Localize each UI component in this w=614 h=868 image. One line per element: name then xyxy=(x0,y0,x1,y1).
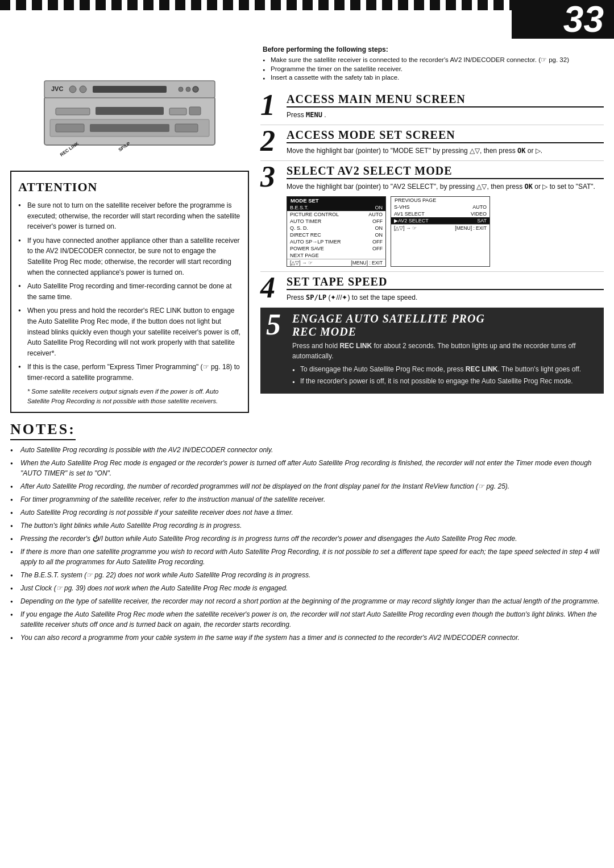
step-4-desc: Press SP/LP (✦///✦) to set the tape spee… xyxy=(287,292,604,303)
left-column: JVC xyxy=(10,46,249,413)
svg-rect-15 xyxy=(90,124,169,132)
step-2-number: 2 xyxy=(260,126,287,156)
attention-note: * Some satellite receivers output signal… xyxy=(27,387,241,406)
before-step-2: Programme the timer on the satellite rec… xyxy=(263,65,604,72)
attention-list: Be sure not to turn on the satellite rec… xyxy=(18,200,241,383)
note-10: Just Clock (☞ pg. 39) does not work when… xyxy=(10,583,604,593)
step-2-title: ACCESS MODE SET SCREEN xyxy=(287,129,604,143)
svg-rect-14 xyxy=(56,124,84,132)
step-3-number: 3 xyxy=(260,162,287,267)
svg-point-4 xyxy=(80,86,86,93)
svg-point-3 xyxy=(69,86,76,93)
vcr-image: JVC xyxy=(10,46,249,159)
attention-box: ATTENTION Be sure not to turn on the sat… xyxy=(10,171,249,413)
note-3: After Auto Satellite Prog recording, the… xyxy=(10,481,604,491)
step-5-number: 5 xyxy=(266,310,292,389)
note-9: The B.E.S.T. system (☞ pg. 22) does not … xyxy=(10,570,604,580)
top-stripe xyxy=(0,0,512,10)
notes-section: NOTES: Auto Satellite Prog recording is … xyxy=(0,413,614,656)
note-6: The button's light blinks while Auto Sat… xyxy=(10,520,604,531)
steps-wrapper: 1 ACCESS MAIN MENU SCREEN Press MENU . 2… xyxy=(260,89,604,394)
mode-box-row-directrec: DIRECT RECON xyxy=(287,232,385,238)
mode-box-row-nextpage: NEXT PAGE xyxy=(287,252,385,259)
step-1-content: ACCESS MAIN MENU SCREEN Press MENU . xyxy=(287,93,604,120)
note-4: For timer programming of the satellite r… xyxy=(10,494,604,505)
notes-title: NOTES: xyxy=(10,421,76,440)
before-steps-title: Before performing the following steps: xyxy=(263,46,388,53)
svg-point-8 xyxy=(193,86,198,92)
attention-item-1: Be sure not to turn on the satellite rec… xyxy=(18,200,241,232)
step-1-title: ACCESS MAIN MENU SCREEN xyxy=(287,93,604,108)
svg-rect-11 xyxy=(169,108,186,115)
right-column: Before performing the following steps: M… xyxy=(260,46,604,413)
mode-box-row-best: B.E.S.T.ON xyxy=(287,204,385,211)
mode-box2-header: PREVIOUS PAGE xyxy=(391,197,489,204)
mode-box2-row-av2: ▶AV2 SELECTSAT xyxy=(391,217,489,224)
note-1: Auto Satellite Prog recording is possibl… xyxy=(10,445,604,455)
mode-box-row-autosplp: AUTO SP→LP TIMEROFF xyxy=(287,238,385,245)
svg-point-7 xyxy=(186,87,190,92)
step-3-content: SELECT AV2 SELECT MODE Move the highligh… xyxy=(287,164,604,267)
mode-box2-row-av1: AV1 SELECTVIDEO xyxy=(391,210,489,217)
step-4-content: SET TAPE SPEED Press SP/LP (✦///✦) to se… xyxy=(287,275,604,303)
step-5-bullet-1: To disengage the Auto Satellite Prog Rec… xyxy=(292,365,598,374)
mode-set-graphic: MODE SET B.E.S.T.ON PICTURE CONTROLAUTO … xyxy=(287,196,604,267)
before-step-1: Make sure the satellite receiver is conn… xyxy=(263,56,604,64)
mode-box-left: MODE SET B.E.S.T.ON PICTURE CONTROLAUTO … xyxy=(287,196,386,267)
attention-item-4: When you press and hold the recorder's R… xyxy=(18,305,241,358)
svg-rect-12 xyxy=(189,107,201,115)
step-3: 3 SELECT AV2 SELECT MODE Move the highli… xyxy=(260,161,604,272)
attention-item-3: Auto Satellite Prog recording and timer-… xyxy=(18,281,241,302)
mode-box-left-footer: [△▽] → ☞[MENU] : EXIT xyxy=(287,259,385,266)
mode-box-right: PREVIOUS PAGE S-VHSAUTO AV1 SELECTVIDEO … xyxy=(391,196,490,267)
step-5-bullets: To disengage the Auto Satellite Prog Rec… xyxy=(292,365,598,387)
svg-rect-10 xyxy=(96,107,164,115)
attention-item-2: If you have connected another appliance … xyxy=(18,235,241,278)
note-13: You can also record a programme from you… xyxy=(10,633,604,643)
step-1: 1 ACCESS MAIN MENU SCREEN Press MENU . xyxy=(260,89,604,125)
attention-title: ATTENTION xyxy=(18,177,241,197)
step-5-bullet-2: If the recorder's power is off, it is no… xyxy=(292,377,598,386)
mode-box-left-header: MODE SET xyxy=(287,197,385,204)
page-number: 33 xyxy=(563,1,604,38)
step-5-box: 5 ENGAGE AUTO SATELLITE PROGREC MODE Pre… xyxy=(260,308,604,394)
step-2-content: ACCESS MODE SET SCREEN Move the highligh… xyxy=(287,129,604,156)
note-2: When the Auto Satellite Prog Rec mode is… xyxy=(10,458,604,478)
step-1-desc: Press MENU . xyxy=(287,110,604,120)
note-7: Pressing the recorder's ⏻/I button while… xyxy=(10,534,604,544)
mode-box-row-powersave: POWER SAVEOFF xyxy=(287,245,385,252)
svg-text:JVC: JVC xyxy=(51,85,63,92)
step-2-desc: Move the highlight bar (pointer) to "MOD… xyxy=(287,146,604,156)
vcr-device-svg: JVC xyxy=(39,63,221,159)
attention-item-5: If this is the case, perform "Express Ti… xyxy=(18,362,241,383)
step-5-desc: Press and hold REC LINK for about 2 seco… xyxy=(292,341,598,361)
svg-rect-9 xyxy=(56,108,90,115)
note-8: If there is more than one satellite prog… xyxy=(10,547,604,567)
mode-box-row-picture: PICTURE CONTROLAUTO xyxy=(287,211,385,218)
step-4-number: 4 xyxy=(260,273,287,303)
before-step-3: Insert a cassette with the safety tab in… xyxy=(263,74,604,81)
svg-rect-16 xyxy=(175,124,198,132)
step-4: 4 SET TAPE SPEED Press SP/LP (✦///✦) to … xyxy=(260,272,604,308)
svg-point-6 xyxy=(179,87,183,92)
mode-box2-footer: [△▽] → ☞[MENU] : EXIT xyxy=(391,224,489,232)
mode-box-row-autotimer: AUTO TIMEROFF xyxy=(287,218,385,225)
step-2: 2 ACCESS MODE SET SCREEN Move the highli… xyxy=(260,125,604,161)
step-5-content: ENGAGE AUTO SATELLITE PROGREC MODE Press… xyxy=(292,312,598,389)
before-steps: Before performing the following steps: M… xyxy=(260,46,604,82)
page-number-banner: 33 xyxy=(512,0,614,39)
step-4-title: SET TAPE SPEED xyxy=(287,275,604,290)
svg-rect-5 xyxy=(93,86,167,93)
note-12: If you engage the Auto Satellite Prog Re… xyxy=(10,609,604,630)
step-3-title: SELECT AV2 SELECT MODE xyxy=(287,164,604,179)
step-5-title: ENGAGE AUTO SATELLITE PROGREC MODE xyxy=(292,312,598,338)
mode-box-row-qsd: Q. S. D.ON xyxy=(287,225,385,232)
mode-box2-row-svhs: S-VHSAUTO xyxy=(391,204,489,210)
note-5: Auto Satellite Prog recording is not pos… xyxy=(10,507,604,518)
step-3-desc: Move the highlight bar (pointer) to "AV2… xyxy=(287,181,604,192)
step-1-number: 1 xyxy=(260,90,287,120)
note-11: Depending on the type of satellite recei… xyxy=(10,596,604,606)
notes-list: Auto Satellite Prog recording is possibl… xyxy=(10,445,604,643)
